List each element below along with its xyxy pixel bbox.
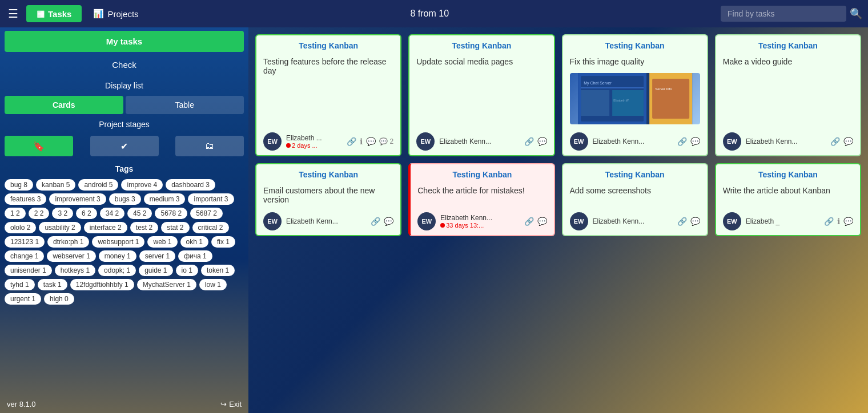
tag-pill[interactable]: 5687 2 (190, 208, 223, 219)
tag-pill[interactable]: important 3 (188, 193, 234, 205)
link-icon[interactable]: 🔗 (371, 217, 380, 226)
comment-icon[interactable]: 💬 (366, 137, 376, 146)
tag-pill[interactable]: change 1 (5, 250, 44, 262)
tag-pill[interactable]: kanban 5 (36, 179, 75, 191)
card-image: My Chat Server Elizabeth W. Server Info (570, 73, 700, 124)
info-icon[interactable]: ℹ (360, 137, 363, 146)
tag-pill[interactable]: dtrko:ph 1 (47, 236, 89, 248)
overdue-text: 2 days ... (292, 142, 318, 149)
tag-pill[interactable]: low 1 (199, 279, 227, 290)
tag-pill[interactable]: guide 1 (139, 265, 172, 276)
tag-pill[interactable]: money 1 (99, 250, 136, 262)
projects-nav[interactable]: 📊 Projects (93, 9, 138, 19)
tag-pill[interactable]: urgent 1 (5, 293, 41, 305)
search-icon[interactable]: 🔍 (850, 7, 862, 20)
my-tasks-button[interactable]: My tasks (5, 31, 244, 52)
kanban-card: Testing Kanban Make a video guide EW Eli… (715, 34, 861, 156)
tag-pill[interactable]: 1 2 (5, 208, 26, 219)
card-footer: EW Elizabeth Kenn... 🔗 💬 (716, 128, 860, 155)
search-input[interactable] (721, 6, 846, 22)
tag-pill[interactable]: 12fdgdftiohhbfy 1 (70, 279, 134, 290)
link-icon[interactable]: 🔗 (347, 137, 356, 146)
comment-icon[interactable]: 💬 (843, 217, 853, 226)
check-button[interactable]: Check (5, 54, 244, 75)
tag-pill[interactable]: token 1 (201, 265, 235, 276)
tag-pill[interactable]: 45 2 (127, 208, 152, 219)
tag-pill[interactable]: android 5 (78, 179, 118, 191)
tag-pill[interactable]: high 0 (44, 293, 74, 305)
tag-pill[interactable]: hotkeys 1 (55, 265, 95, 276)
tag-pill[interactable]: fix 1 (211, 236, 235, 248)
link-icon[interactable]: 🔗 (830, 137, 840, 146)
tag-pill[interactable]: 5678 2 (155, 208, 187, 219)
tag-pill[interactable]: improvement 3 (49, 193, 106, 205)
assignee-name: Elizabeth Kenn... (593, 137, 673, 145)
tag-pill[interactable]: task 1 (38, 279, 67, 290)
tag-pill[interactable]: features 3 (5, 193, 46, 205)
kanban-card: Testing Kanban Email customers about the… (255, 163, 401, 236)
tag-pill[interactable]: webserver 1 (47, 250, 95, 262)
tag-pill[interactable]: 6 2 (76, 208, 97, 219)
link-icon[interactable]: 🔗 (824, 217, 834, 226)
check-stage-icon[interactable]: ✔ (90, 136, 159, 156)
tag-pill[interactable]: critical 2 (192, 222, 229, 233)
tag-pill[interactable]: dashboard 3 (166, 179, 215, 191)
kanban-card: Testing Kanban Fix this image quality My… (562, 34, 708, 156)
tag-pill[interactable]: websupport 1 (92, 236, 144, 248)
comment-icon[interactable]: 💬 (537, 217, 547, 226)
card-actions: 🔗 ℹ 💬 (824, 217, 853, 226)
card-actions: 🔗 💬 (830, 137, 853, 146)
tag-pill[interactable]: 2 2 (29, 208, 50, 219)
tag-pill[interactable]: 123123 1 (5, 236, 45, 248)
tag-pill[interactable]: medium 3 (144, 193, 186, 205)
link-icon[interactable]: 🔗 (524, 217, 534, 226)
tag-pill[interactable]: MychatServer 1 (137, 279, 196, 290)
tag-pill[interactable]: 34 2 (100, 208, 124, 219)
tag-pill[interactable]: stat 2 (161, 222, 189, 233)
comment-icon[interactable]: 💬 (843, 137, 853, 146)
avatar: EW (723, 212, 741, 230)
tag-pill[interactable]: web 1 (147, 236, 177, 248)
exit-button[interactable]: ↪ Exit (220, 400, 242, 408)
tag-pill[interactable]: okh 1 (180, 236, 208, 248)
svg-rect-5 (581, 90, 609, 116)
tag-pill[interactable]: io 1 (176, 265, 198, 276)
tag-pill[interactable]: server 1 (139, 250, 175, 262)
tag-pill[interactable]: interface 2 (84, 222, 127, 233)
card-footer: EW Elizabeth Kenn... 33 days 13:... 🔗 💬 (411, 208, 553, 235)
card-actions: 🔗 💬 (677, 217, 700, 226)
tag-pill[interactable]: odopk; 1 (98, 265, 136, 276)
tag-pill[interactable]: test 2 (130, 222, 158, 233)
cards-view-button[interactable]: Cards (5, 96, 123, 114)
info-icon[interactable]: ℹ (837, 217, 840, 226)
link-icon[interactable]: 🔗 (524, 137, 534, 146)
card-actions: 🔗 💬 (524, 217, 547, 226)
tag-pill[interactable]: usability 2 (39, 222, 81, 233)
menu-icon[interactable]: ☰ (6, 5, 21, 23)
tag-pill[interactable]: ololo 2 (5, 222, 36, 233)
tag-pill[interactable]: bugs 3 (109, 193, 141, 205)
tag-pill[interactable]: фича 1 (178, 250, 212, 262)
assignee-name: Elizabeth Kenn... (593, 217, 673, 225)
bookmark-stage-icon[interactable]: 🔖 (5, 136, 73, 156)
link-icon[interactable]: 🔗 (677, 137, 687, 146)
card-title: Testing Kanban (563, 35, 707, 54)
card-footer: EW Elizabeth Kenn... 🔗 💬 (563, 208, 707, 235)
card-footer: EW Elizabeth _ 🔗 ℹ 💬 (716, 208, 860, 235)
tag-pill[interactable]: bug 8 (5, 179, 33, 191)
tag-pill[interactable]: unisender 1 (5, 265, 52, 276)
card-actions: 🔗 💬 (677, 137, 700, 146)
tag-pill[interactable]: 3 2 (52, 208, 73, 219)
tag-pill[interactable]: improve 4 (121, 179, 163, 191)
avatar: EW (416, 132, 435, 151)
comment-icon[interactable]: 💬 (537, 137, 547, 146)
tag-pill[interactable]: tyhd 1 (5, 279, 35, 290)
card-body: Fix this image quality (563, 54, 707, 70)
tasks-button[interactable]: ▦ Tasks (26, 5, 82, 22)
comment-icon[interactable]: 💬 (384, 217, 393, 226)
comment-icon[interactable]: 💬 (690, 217, 700, 226)
inbox-stage-icon[interactable]: 🗂 (175, 136, 244, 156)
table-view-button[interactable]: Table (126, 96, 244, 114)
comment-icon[interactable]: 💬 (690, 137, 700, 146)
link-icon[interactable]: 🔗 (677, 217, 687, 226)
